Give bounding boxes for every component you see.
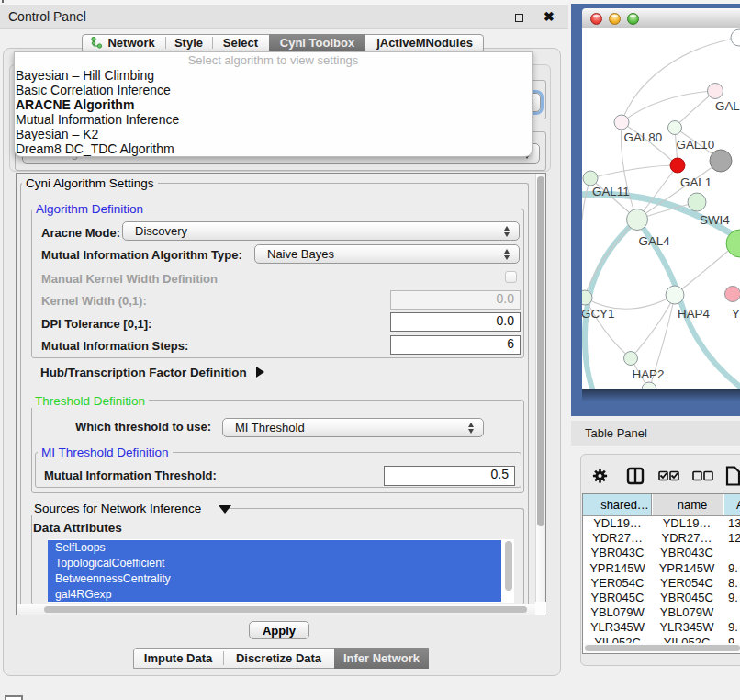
svg-text:GAL4: GAL4	[639, 234, 671, 248]
svg-text:GAL80: GAL80	[624, 130, 663, 144]
svg-text:GAL10: GAL10	[677, 138, 715, 152]
svg-text:SWI4: SWI4	[700, 213, 730, 227]
svg-text:GAL7: GAL7	[715, 99, 740, 113]
svg-text:GAL11: GAL11	[592, 185, 630, 198]
svg-text:Y: Y	[732, 307, 740, 321]
svg-text:HAP2: HAP2	[633, 367, 665, 381]
svg-text:HAP4: HAP4	[678, 307, 711, 321]
svg-text:GAL1: GAL1	[680, 175, 712, 189]
svg-text:GCY1: GCY1	[582, 307, 614, 321]
